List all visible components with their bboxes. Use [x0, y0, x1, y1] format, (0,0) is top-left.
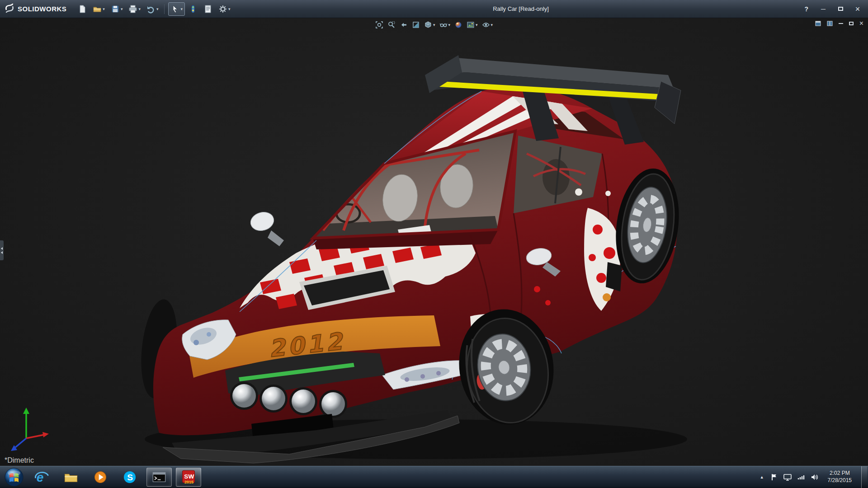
options-button[interactable]: ▾ — [216, 2, 233, 16]
display-style-icon — [424, 21, 432, 29]
graphics-area[interactable]: ▾ ▾ — [0, 18, 868, 466]
previous-view-icon — [400, 21, 408, 29]
doc-restore-icon — [849, 22, 854, 25]
previous-view-button[interactable] — [399, 20, 409, 30]
action-center-flag-icon — [771, 474, 778, 481]
heads-up-toolbar: ▾ ▾ — [374, 20, 494, 30]
file-properties-icon — [203, 5, 212, 14]
edit-appearance-button[interactable] — [453, 20, 463, 30]
titlebar-right: ? ─ × — [802, 5, 868, 13]
edit-appearance-icon — [454, 21, 462, 29]
display-style-caret[interactable]: ▾ — [433, 23, 435, 27]
section-view-icon — [412, 21, 420, 29]
doc-restore-button[interactable] — [849, 22, 854, 25]
help-button[interactable]: ? — [802, 5, 810, 13]
print-button[interactable]: ▾ — [126, 2, 143, 16]
pinned-apps: e S — [29, 468, 201, 487]
solidworks-2015-icon: SW 2015 — [181, 469, 196, 485]
view-settings-button[interactable]: ▾ — [481, 20, 494, 30]
file-properties-button[interactable] — [201, 2, 215, 16]
doc-minimize-button[interactable] — [839, 23, 843, 24]
select-caret[interactable]: ▾ — [180, 7, 183, 11]
taskbar: e S — [0, 466, 868, 488]
collapse-arrow-icon — [1, 247, 3, 250]
media-player-icon — [93, 469, 108, 485]
section-view-button[interactable] — [411, 20, 421, 30]
apply-scene-button[interactable]: ▾ — [466, 20, 479, 30]
clock-time: 2:02 PM — [828, 470, 852, 477]
feature-panel-collapsed-tab[interactable] — [0, 240, 4, 260]
taskbar-media-player[interactable] — [88, 468, 113, 487]
view-settings-icon — [482, 21, 490, 29]
minimize-button[interactable]: ─ — [819, 5, 827, 13]
print-caret[interactable]: ▾ — [138, 7, 141, 11]
hide-show-caret[interactable]: ▾ — [448, 23, 450, 27]
display-icon — [783, 474, 792, 481]
zoom-to-fit-button[interactable] — [374, 20, 384, 30]
clock-date: 7/28/2015 — [828, 477, 852, 484]
undo-caret[interactable]: ▾ — [156, 7, 159, 11]
select-button[interactable]: ▾ — [168, 2, 185, 16]
hide-show-items-button[interactable]: ▾ — [438, 20, 451, 30]
collapse-arrow-icon — [1, 251, 3, 254]
view-settings-caret[interactable]: ▾ — [491, 23, 493, 27]
new-document-button[interactable] — [75, 2, 89, 16]
print-icon — [128, 5, 137, 14]
maximize-button[interactable] — [836, 5, 844, 13]
save-icon — [111, 5, 120, 14]
titlebar: SOLIDWORKS ▾ — [0, 0, 868, 18]
doc-close-button[interactable]: × — [859, 20, 863, 27]
new-window-icon — [815, 21, 821, 26]
doc-minimize-icon — [839, 23, 843, 24]
display-style-button[interactable]: ▾ — [423, 20, 436, 30]
rebuild-button[interactable] — [186, 2, 200, 16]
volume-tray-button[interactable] — [811, 474, 818, 480]
options-gear-icon — [218, 5, 227, 14]
undo-icon — [146, 5, 156, 14]
rally-car-model[interactable]: 2012 — [0, 18, 868, 466]
save-caret[interactable]: ▾ — [121, 7, 123, 11]
apply-scene-caret[interactable]: ▾ — [476, 23, 478, 27]
screen: SOLIDWORKS ▾ — [0, 0, 868, 488]
rebuild-icon — [189, 5, 198, 14]
save-button[interactable]: ▾ — [108, 2, 125, 16]
hidden-icons-button[interactable]: ▲ — [759, 475, 765, 479]
svg-text:2015: 2015 — [184, 480, 193, 484]
app-brand-text: SOLIDWORKS — [18, 5, 66, 13]
document-window-controls: × — [815, 20, 863, 27]
zoom-area-icon — [387, 21, 396, 29]
network-icon — [797, 474, 805, 480]
split-window-icon — [827, 21, 833, 26]
action-center-button[interactable] — [771, 474, 778, 481]
open-caret[interactable]: ▾ — [103, 7, 105, 11]
start-orb-icon — [4, 467, 24, 487]
taskbar-command-prompt[interactable] — [146, 468, 172, 487]
taskbar-clock[interactable]: 2:02 PM 7/28/2015 — [824, 470, 855, 484]
show-desktop-button[interactable] — [861, 466, 867, 488]
options-caret[interactable]: ▾ — [228, 7, 231, 11]
svg-text:SW: SW — [184, 473, 194, 480]
orientation-triad[interactable] — [11, 408, 49, 451]
window-title: Rally Car [Read-only] — [493, 5, 549, 12]
taskbar-windows-explorer[interactable] — [58, 468, 84, 487]
internet-explorer-icon: e — [34, 469, 49, 485]
doc-new-window-button[interactable] — [815, 21, 821, 26]
open-button[interactable]: ▾ — [90, 2, 107, 16]
start-button[interactable] — [4, 467, 24, 488]
close-button[interactable]: × — [854, 5, 862, 13]
window-controls: ─ × — [819, 5, 862, 13]
zoom-area-button[interactable] — [387, 20, 396, 30]
taskbar-internet-explorer[interactable]: e — [29, 468, 54, 487]
main-toolbar: ▾ ▾ ▾ — [75, 2, 232, 16]
select-cursor-icon — [170, 5, 179, 14]
taskbar-skype[interactable]: S — [117, 468, 142, 487]
open-icon — [93, 5, 102, 14]
toolbar-separator — [164, 4, 165, 14]
undo-button[interactable]: ▾ — [144, 2, 161, 16]
doc-split-button[interactable] — [827, 21, 833, 26]
volume-icon — [811, 474, 818, 480]
left-mirror[interactable] — [249, 210, 284, 246]
taskbar-solidworks[interactable]: SW 2015 — [176, 468, 201, 487]
display-settings-tray-button[interactable] — [783, 474, 792, 481]
network-tray-button[interactable] — [797, 474, 805, 480]
